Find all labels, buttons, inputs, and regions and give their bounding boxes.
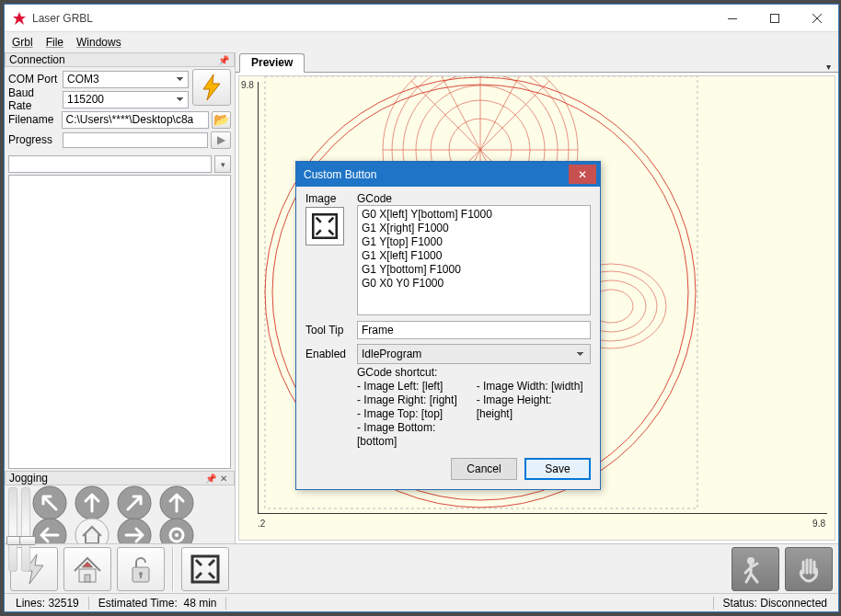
tab-dropdown-icon[interactable]: ▾ — [824, 62, 838, 72]
lines-label: Lines: — [16, 597, 45, 610]
custom-button-dialog: Custom Button ✕ Image GCode Tool Tip — [295, 161, 601, 490]
close-button[interactable] — [796, 5, 838, 32]
jogging-title: Jogging — [9, 472, 204, 485]
bottom-toolbar — [5, 543, 838, 593]
maximize-button[interactable] — [754, 5, 796, 32]
cancel-button[interactable]: Cancel — [451, 458, 517, 480]
eta-value: 48 min — [183, 597, 216, 610]
resume-button[interactable] — [732, 547, 779, 591]
home-button[interactable] — [63, 547, 111, 591]
panel-close-icon[interactable]: ✕ — [217, 473, 230, 484]
dialog-title: Custom Button — [304, 168, 376, 181]
eta-label: Estimated Time: — [98, 597, 178, 610]
app-window: Laser GRBL Grbl File Windows Connection … — [4, 4, 839, 612]
svg-rect-1 — [771, 14, 779, 22]
button-image-picker[interactable] — [305, 207, 344, 245]
pin-icon[interactable]: 📌 — [217, 55, 230, 65]
filename-label: Filename — [8, 113, 59, 126]
shortcut-help: GCode shortcut: - Image Left: [left] - I… — [357, 366, 591, 449]
window-title: Laser GRBL — [32, 12, 93, 25]
svg-rect-36 — [85, 575, 90, 582]
frame-button[interactable] — [181, 547, 229, 591]
filename-field[interactable] — [62, 111, 209, 129]
progress-bar — [63, 132, 208, 148]
dialog-titlebar[interactable]: Custom Button ✕ — [296, 162, 600, 187]
status-bar: Lines: 32519 Estimated Time: 48 min Stat… — [5, 593, 838, 611]
comport-label: COM Port — [8, 73, 60, 86]
console-output[interactable] — [8, 175, 231, 469]
shortcut-header: GCode shortcut: — [357, 366, 591, 380]
minimize-button[interactable] — [711, 5, 754, 32]
connection-panel-header: Connection 📌 — [5, 52, 235, 67]
menu-grbl[interactable]: Grbl — [12, 36, 33, 49]
frame-icon — [309, 211, 340, 242]
play-icon: ▶ — [217, 133, 225, 146]
svg-rect-0 — [728, 18, 737, 19]
menu-file[interactable]: File — [46, 36, 63, 49]
y-axis-tick: 9.8 — [241, 80, 254, 90]
enabled-select[interactable]: IdleProgram — [357, 344, 591, 364]
run-button[interactable]: ▶ — [211, 131, 231, 149]
dialog-close-button[interactable]: ✕ — [569, 165, 596, 184]
baud-select[interactable]: 115200 — [63, 91, 189, 108]
jog-step-slider[interactable] — [8, 487, 17, 572]
conn-status-label: Status: — [723, 597, 757, 610]
svg-rect-39 — [140, 574, 142, 578]
gcode-header: GCode — [357, 192, 591, 205]
connect-button[interactable] — [192, 69, 231, 106]
tooltip-label: Tool Tip — [305, 324, 357, 337]
preview-tabstrip: Preview ▾ — [236, 52, 838, 73]
pin-icon[interactable]: 📌 — [204, 473, 217, 484]
hold-button[interactable] — [785, 547, 833, 591]
unlock-button[interactable] — [117, 547, 165, 591]
tab-preview[interactable]: Preview — [239, 53, 305, 73]
chevron-down-icon: ▾ — [221, 160, 225, 169]
browse-button[interactable]: 📂 — [212, 111, 231, 129]
command-history-button[interactable]: ▾ — [214, 155, 231, 173]
command-input[interactable] — [8, 155, 212, 173]
menu-bar: Grbl File Windows — [5, 32, 838, 52]
image-header: Image — [305, 192, 357, 205]
enabled-label: Enabled — [305, 348, 357, 360]
menu-windows[interactable]: Windows — [76, 36, 121, 49]
svg-point-11 — [175, 533, 179, 537]
jog-speed-slider[interactable] — [21, 487, 30, 572]
lines-value: 32519 — [48, 597, 78, 610]
connection-title: Connection — [9, 53, 217, 66]
title-bar: Laser GRBL — [5, 5, 838, 32]
tooltip-field[interactable] — [357, 321, 591, 339]
gcode-textarea[interactable] — [357, 205, 591, 315]
comport-select[interactable]: COM3 — [63, 71, 189, 88]
progress-label: Progress — [8, 133, 60, 146]
close-icon: ✕ — [578, 168, 587, 181]
save-button[interactable]: Save — [524, 458, 591, 480]
y-axis-ruler — [258, 82, 259, 514]
folder-icon: 📂 — [213, 113, 229, 126]
baud-label: Baud Rate — [8, 86, 60, 112]
x-axis-tick-high: 9.8 — [812, 519, 825, 529]
conn-status-value: Disconnected — [760, 597, 827, 610]
app-icon — [12, 11, 27, 26]
